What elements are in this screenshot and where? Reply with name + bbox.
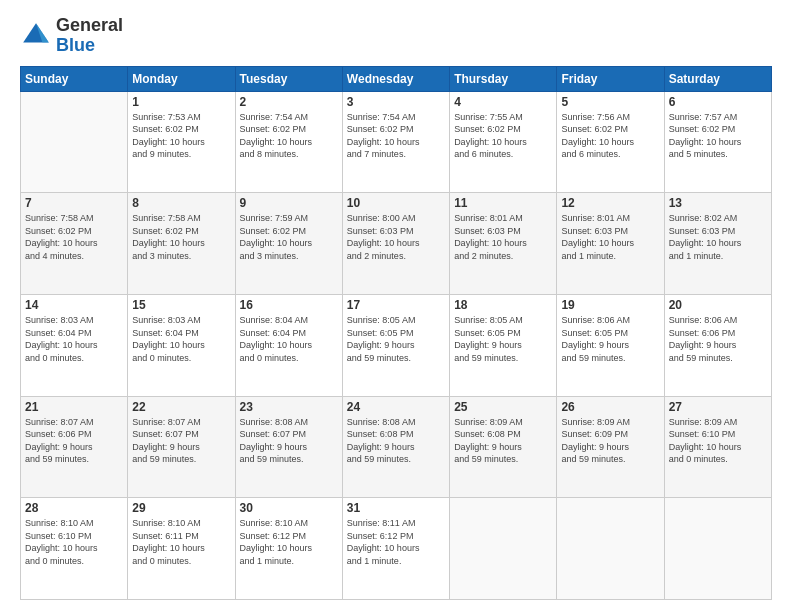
day-number: 30	[240, 501, 338, 515]
day-number: 9	[240, 196, 338, 210]
calendar-cell: 22Sunrise: 8:07 AM Sunset: 6:07 PM Dayli…	[128, 396, 235, 498]
calendar-cell: 21Sunrise: 8:07 AM Sunset: 6:06 PM Dayli…	[21, 396, 128, 498]
day-number: 12	[561, 196, 659, 210]
calendar-cell: 9Sunrise: 7:59 AM Sunset: 6:02 PM Daylig…	[235, 193, 342, 295]
cell-info: Sunrise: 7:54 AM Sunset: 6:02 PM Dayligh…	[240, 111, 338, 161]
calendar-cell: 11Sunrise: 8:01 AM Sunset: 6:03 PM Dayli…	[450, 193, 557, 295]
calendar-cell: 10Sunrise: 8:00 AM Sunset: 6:03 PM Dayli…	[342, 193, 449, 295]
calendar-table: SundayMondayTuesdayWednesdayThursdayFrid…	[20, 66, 772, 600]
weekday-header-wednesday: Wednesday	[342, 66, 449, 91]
cell-info: Sunrise: 8:03 AM Sunset: 6:04 PM Dayligh…	[132, 314, 230, 364]
weekday-header-saturday: Saturday	[664, 66, 771, 91]
calendar-row-4: 28Sunrise: 8:10 AM Sunset: 6:10 PM Dayli…	[21, 498, 772, 600]
day-number: 3	[347, 95, 445, 109]
calendar-cell	[450, 498, 557, 600]
cell-info: Sunrise: 7:53 AM Sunset: 6:02 PM Dayligh…	[132, 111, 230, 161]
calendar-cell: 28Sunrise: 8:10 AM Sunset: 6:10 PM Dayli…	[21, 498, 128, 600]
day-number: 4	[454, 95, 552, 109]
day-number: 24	[347, 400, 445, 414]
day-number: 20	[669, 298, 767, 312]
calendar-cell: 12Sunrise: 8:01 AM Sunset: 6:03 PM Dayli…	[557, 193, 664, 295]
cell-info: Sunrise: 7:57 AM Sunset: 6:02 PM Dayligh…	[669, 111, 767, 161]
logo: General Blue	[20, 16, 123, 56]
day-number: 2	[240, 95, 338, 109]
cell-info: Sunrise: 8:08 AM Sunset: 6:07 PM Dayligh…	[240, 416, 338, 466]
weekday-header-sunday: Sunday	[21, 66, 128, 91]
cell-info: Sunrise: 8:01 AM Sunset: 6:03 PM Dayligh…	[454, 212, 552, 262]
cell-info: Sunrise: 7:55 AM Sunset: 6:02 PM Dayligh…	[454, 111, 552, 161]
calendar-row-1: 7Sunrise: 7:58 AM Sunset: 6:02 PM Daylig…	[21, 193, 772, 295]
cell-info: Sunrise: 8:04 AM Sunset: 6:04 PM Dayligh…	[240, 314, 338, 364]
day-number: 23	[240, 400, 338, 414]
calendar-cell	[557, 498, 664, 600]
calendar-cell: 15Sunrise: 8:03 AM Sunset: 6:04 PM Dayli…	[128, 294, 235, 396]
cell-info: Sunrise: 8:07 AM Sunset: 6:06 PM Dayligh…	[25, 416, 123, 466]
calendar-cell: 17Sunrise: 8:05 AM Sunset: 6:05 PM Dayli…	[342, 294, 449, 396]
cell-info: Sunrise: 8:01 AM Sunset: 6:03 PM Dayligh…	[561, 212, 659, 262]
day-number: 31	[347, 501, 445, 515]
day-number: 8	[132, 196, 230, 210]
calendar-cell	[21, 91, 128, 193]
cell-info: Sunrise: 8:09 AM Sunset: 6:08 PM Dayligh…	[454, 416, 552, 466]
calendar-cell: 13Sunrise: 8:02 AM Sunset: 6:03 PM Dayli…	[664, 193, 771, 295]
calendar-cell: 16Sunrise: 8:04 AM Sunset: 6:04 PM Dayli…	[235, 294, 342, 396]
page: General Blue SundayMondayTuesdayWednesda…	[0, 0, 792, 612]
cell-info: Sunrise: 8:02 AM Sunset: 6:03 PM Dayligh…	[669, 212, 767, 262]
header: General Blue	[20, 16, 772, 56]
day-number: 6	[669, 95, 767, 109]
calendar-cell: 1Sunrise: 7:53 AM Sunset: 6:02 PM Daylig…	[128, 91, 235, 193]
calendar-cell: 24Sunrise: 8:08 AM Sunset: 6:08 PM Dayli…	[342, 396, 449, 498]
cell-info: Sunrise: 8:00 AM Sunset: 6:03 PM Dayligh…	[347, 212, 445, 262]
day-number: 15	[132, 298, 230, 312]
cell-info: Sunrise: 8:03 AM Sunset: 6:04 PM Dayligh…	[25, 314, 123, 364]
day-number: 27	[669, 400, 767, 414]
calendar-cell: 14Sunrise: 8:03 AM Sunset: 6:04 PM Dayli…	[21, 294, 128, 396]
cell-info: Sunrise: 8:05 AM Sunset: 6:05 PM Dayligh…	[347, 314, 445, 364]
calendar-cell: 7Sunrise: 7:58 AM Sunset: 6:02 PM Daylig…	[21, 193, 128, 295]
cell-info: Sunrise: 8:10 AM Sunset: 6:10 PM Dayligh…	[25, 517, 123, 567]
calendar-cell: 20Sunrise: 8:06 AM Sunset: 6:06 PM Dayli…	[664, 294, 771, 396]
cell-info: Sunrise: 8:08 AM Sunset: 6:08 PM Dayligh…	[347, 416, 445, 466]
cell-info: Sunrise: 7:58 AM Sunset: 6:02 PM Dayligh…	[132, 212, 230, 262]
cell-info: Sunrise: 8:09 AM Sunset: 6:09 PM Dayligh…	[561, 416, 659, 466]
calendar-cell: 6Sunrise: 7:57 AM Sunset: 6:02 PM Daylig…	[664, 91, 771, 193]
calendar-cell: 27Sunrise: 8:09 AM Sunset: 6:10 PM Dayli…	[664, 396, 771, 498]
day-number: 10	[347, 196, 445, 210]
logo-icon	[20, 20, 52, 52]
calendar-cell: 3Sunrise: 7:54 AM Sunset: 6:02 PM Daylig…	[342, 91, 449, 193]
day-number: 21	[25, 400, 123, 414]
cell-info: Sunrise: 8:07 AM Sunset: 6:07 PM Dayligh…	[132, 416, 230, 466]
calendar-cell: 18Sunrise: 8:05 AM Sunset: 6:05 PM Dayli…	[450, 294, 557, 396]
day-number: 11	[454, 196, 552, 210]
calendar-cell: 30Sunrise: 8:10 AM Sunset: 6:12 PM Dayli…	[235, 498, 342, 600]
cell-info: Sunrise: 8:06 AM Sunset: 6:06 PM Dayligh…	[669, 314, 767, 364]
cell-info: Sunrise: 8:10 AM Sunset: 6:12 PM Dayligh…	[240, 517, 338, 567]
cell-info: Sunrise: 7:54 AM Sunset: 6:02 PM Dayligh…	[347, 111, 445, 161]
day-number: 14	[25, 298, 123, 312]
calendar-cell: 5Sunrise: 7:56 AM Sunset: 6:02 PM Daylig…	[557, 91, 664, 193]
calendar-cell: 26Sunrise: 8:09 AM Sunset: 6:09 PM Dayli…	[557, 396, 664, 498]
day-number: 7	[25, 196, 123, 210]
day-number: 1	[132, 95, 230, 109]
day-number: 16	[240, 298, 338, 312]
day-number: 29	[132, 501, 230, 515]
calendar-cell: 23Sunrise: 8:08 AM Sunset: 6:07 PM Dayli…	[235, 396, 342, 498]
day-number: 26	[561, 400, 659, 414]
cell-info: Sunrise: 7:59 AM Sunset: 6:02 PM Dayligh…	[240, 212, 338, 262]
cell-info: Sunrise: 8:09 AM Sunset: 6:10 PM Dayligh…	[669, 416, 767, 466]
weekday-header-friday: Friday	[557, 66, 664, 91]
weekday-header-tuesday: Tuesday	[235, 66, 342, 91]
weekday-header-thursday: Thursday	[450, 66, 557, 91]
calendar-cell: 2Sunrise: 7:54 AM Sunset: 6:02 PM Daylig…	[235, 91, 342, 193]
calendar-row-0: 1Sunrise: 7:53 AM Sunset: 6:02 PM Daylig…	[21, 91, 772, 193]
logo-text: General Blue	[56, 16, 123, 56]
calendar-cell	[664, 498, 771, 600]
calendar-row-3: 21Sunrise: 8:07 AM Sunset: 6:06 PM Dayli…	[21, 396, 772, 498]
calendar-cell: 29Sunrise: 8:10 AM Sunset: 6:11 PM Dayli…	[128, 498, 235, 600]
cell-info: Sunrise: 8:11 AM Sunset: 6:12 PM Dayligh…	[347, 517, 445, 567]
calendar-cell: 8Sunrise: 7:58 AM Sunset: 6:02 PM Daylig…	[128, 193, 235, 295]
calendar-header-row: SundayMondayTuesdayWednesdayThursdayFrid…	[21, 66, 772, 91]
day-number: 5	[561, 95, 659, 109]
calendar-cell: 31Sunrise: 8:11 AM Sunset: 6:12 PM Dayli…	[342, 498, 449, 600]
day-number: 17	[347, 298, 445, 312]
